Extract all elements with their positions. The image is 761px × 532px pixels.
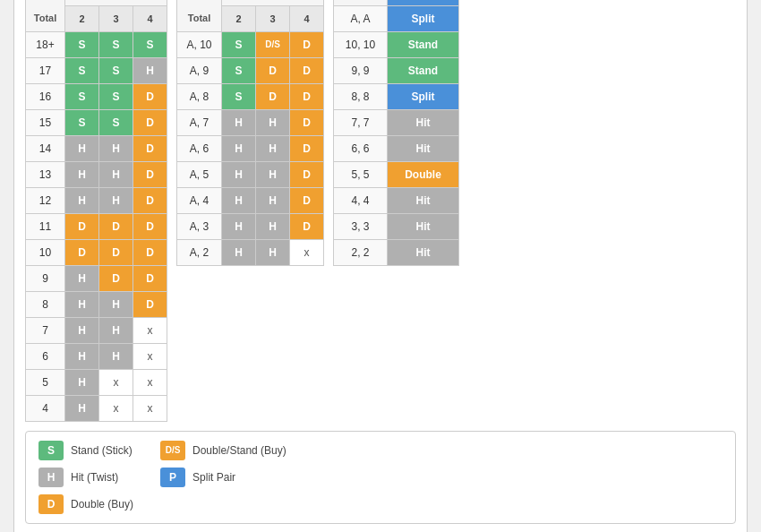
hard-table-row: 18+SSS <box>26 31 167 57</box>
legend-ds-label: Double/Stand (Buy) <box>192 444 286 457</box>
soft-total-header: SoftTotal <box>177 0 222 31</box>
hard-cell-6-col2: H <box>65 343 99 369</box>
hard-cell-17-col3: S <box>99 57 133 83</box>
hard-row-label: 6 <box>26 343 65 369</box>
soft-table-row: A, 2HHx <box>177 239 324 265</box>
soft-col4: 4 <box>290 5 324 31</box>
pairs-table-row: 10, 10Stand <box>334 31 459 57</box>
hard-cell-18+-col4: S <box>133 31 167 57</box>
pair-label: 3, 3 <box>334 213 388 239</box>
soft-cell-A, 5-col3: H <box>256 161 290 187</box>
hard-row-label: 13 <box>26 161 65 187</box>
hard-table-row: 9HDD <box>26 265 167 291</box>
hard-row-label: 14 <box>26 135 65 161</box>
pair-label: 7, 7 <box>334 109 388 135</box>
pair-label: 9, 9 <box>334 57 388 83</box>
pairs-table-row: 9, 9Stand <box>334 57 459 83</box>
pair-label: 6, 6 <box>334 135 388 161</box>
hard-table-row: 14HHD <box>26 135 167 161</box>
legend-hit: H Hit (Twist) <box>38 468 133 487</box>
legend-ds: D/S Double/Stand (Buy) <box>160 441 286 460</box>
hard-cell-6-col4: x <box>133 343 167 369</box>
hard-row-label: 12 <box>26 187 65 213</box>
soft-table-row: A, 10SD/SD <box>177 31 324 57</box>
pair-action: Hit <box>388 109 459 135</box>
soft-cell-A, 10-col2: S <box>222 31 256 57</box>
hard-col3: 3 <box>99 5 133 31</box>
pairs-section: Pairs Action A, ASplit10, 10Stand9, 9Sta… <box>333 0 459 266</box>
soft-row-label: A, 7 <box>177 109 222 135</box>
hard-cell-7-col2: H <box>65 317 99 343</box>
hard-row-label: 4 <box>26 395 65 421</box>
soft-cell-A, 6-col4: D <box>290 135 324 161</box>
hard-cards-header: Number of Cards <box>65 0 167 5</box>
hard-table-row: 11DDD <box>26 213 167 239</box>
hard-cell-10-col4: D <box>133 239 167 265</box>
hard-row-label: 7 <box>26 317 65 343</box>
soft-cell-A, 8-col3: D <box>256 83 290 109</box>
soft-cell-A, 5-col4: D <box>290 161 324 187</box>
hard-cell-15-col4: D <box>133 109 167 135</box>
hard-cell-14-col4: D <box>133 135 167 161</box>
legend-ds-box: D/S <box>160 441 185 460</box>
soft-col2: 2 <box>222 5 256 31</box>
hard-cell-9-col4: D <box>133 265 167 291</box>
soft-table-row: A, 5HHD <box>177 161 324 187</box>
soft-cell-A, 6-col3: H <box>256 135 290 161</box>
hard-cell-8-col2: H <box>65 291 99 317</box>
hard-row-label: 15 <box>26 109 65 135</box>
soft-table-row: A, 7HHD <box>177 109 324 135</box>
legend-section: S Stand (Stick) H Hit (Twist) D Double (… <box>25 431 736 524</box>
pair-action: Hit <box>388 239 459 265</box>
hard-cell-15-col3: S <box>99 109 133 135</box>
soft-cell-A, 2-col3: H <box>256 239 290 265</box>
hard-table-row: 13HHD <box>26 161 167 187</box>
hard-cell-11-col2: D <box>65 213 99 239</box>
hard-cell-5-col2: H <box>65 369 99 395</box>
pair-action: Hit <box>388 135 459 161</box>
soft-cell-A, 3-col2: H <box>222 213 256 239</box>
hard-row-label: 10 <box>26 239 65 265</box>
hard-cell-17-col4: H <box>133 57 167 83</box>
pair-label: A, A <box>334 5 388 31</box>
soft-table-row: A, 8SDD <box>177 83 324 109</box>
legend-hit-box: H <box>38 468 64 487</box>
pairs-table-row: 8, 8Split <box>334 83 459 109</box>
soft-cell-A, 9-col4: D <box>290 57 324 83</box>
legend-stand-box: S <box>38 441 64 460</box>
legend-stand: S Stand (Stick) <box>38 441 133 460</box>
hard-cell-4-col2: H <box>65 395 99 421</box>
hard-cell-16-col3: S <box>99 83 133 109</box>
pair-action: Double <box>388 161 459 187</box>
pairs-table-row: 5, 5Double <box>334 161 459 187</box>
hard-table-row: 5Hxx <box>26 369 167 395</box>
hard-cell-5-col3: x <box>99 369 133 395</box>
hard-cell-13-col2: H <box>65 161 99 187</box>
hard-row-label: 9 <box>26 265 65 291</box>
pairs-table-row: A, ASplit <box>334 5 459 31</box>
pairs-table-row: 3, 3Hit <box>334 213 459 239</box>
hard-cell-12-col2: H <box>65 187 99 213</box>
soft-table-row: A, 6HHD <box>177 135 324 161</box>
soft-table-row: A, 3HHD <box>177 213 324 239</box>
soft-row-label: A, 4 <box>177 187 222 213</box>
legend-hit-label: Hit (Twist) <box>71 471 118 484</box>
hard-row-label: 11 <box>26 213 65 239</box>
legend-double-box: D <box>38 494 64 514</box>
hard-table-row: 7HHx <box>26 317 167 343</box>
hard-table-row: 8HHD <box>26 291 167 317</box>
soft-cell-A, 3-col4: D <box>290 213 324 239</box>
pairs-table-row: 7, 7Hit <box>334 109 459 135</box>
soft-cell-A, 7-col2: H <box>222 109 256 135</box>
pair-action: Hit <box>388 187 459 213</box>
hard-row-label: 17 <box>26 57 65 83</box>
hard-cell-13-col3: H <box>99 161 133 187</box>
pair-action: Stand <box>388 31 459 57</box>
hard-cell-18+-col3: S <box>99 31 133 57</box>
pair-label: 5, 5 <box>334 161 388 187</box>
hard-cell-16-col2: S <box>65 83 99 109</box>
hard-table-row: 17SSH <box>26 57 167 83</box>
hard-cell-9-col3: D <box>99 265 133 291</box>
soft-row-label: A, 10 <box>177 31 222 57</box>
soft-cell-A, 6-col2: H <box>222 135 256 161</box>
